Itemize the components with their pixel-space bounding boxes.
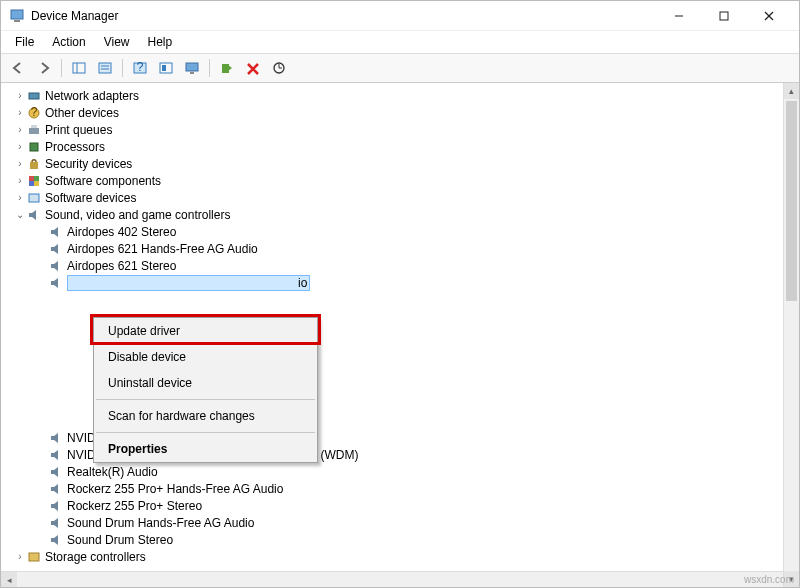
titlebar: Device Manager: [1, 1, 799, 31]
window-controls: [656, 2, 791, 30]
toolbar-separator: [209, 59, 210, 77]
speaker-icon: [27, 208, 41, 222]
speaker-icon: [49, 448, 63, 462]
svg-rect-16: [190, 72, 194, 74]
action-button[interactable]: [155, 57, 177, 79]
svg-rect-15: [186, 63, 198, 71]
tree-device[interactable]: Realtek(R) Audio: [35, 463, 799, 480]
properties-button[interactable]: [94, 57, 116, 79]
uninstall-button[interactable]: [242, 57, 264, 79]
tree-category[interactable]: ›?Other devices: [13, 104, 799, 121]
speaker-icon: [49, 465, 63, 479]
menu-action[interactable]: Action: [44, 33, 93, 51]
tree-category[interactable]: ›Security devices: [13, 155, 799, 172]
net-icon: [27, 89, 41, 103]
menu-file[interactable]: File: [7, 33, 42, 51]
maximize-button[interactable]: [701, 2, 746, 30]
tree-category-sound[interactable]: ⌄ Sound, video and game controllers: [13, 206, 799, 223]
ctx-uninstall-device[interactable]: Uninstall device: [94, 370, 317, 396]
show-hide-tree-button[interactable]: [68, 57, 90, 79]
close-button[interactable]: [746, 2, 791, 30]
ctx-disable-device[interactable]: Disable device: [94, 344, 317, 370]
tree-view[interactable]: ›Network adapters›?Other devices›Print q…: [1, 83, 799, 587]
ctx-update-driver[interactable]: Update driver: [94, 318, 317, 344]
toolbar: ?: [1, 54, 799, 83]
tree-category-label: Software devices: [45, 191, 136, 205]
security-icon: [27, 157, 41, 171]
svg-rect-26: [29, 176, 34, 181]
svg-rect-19: [29, 93, 39, 99]
back-button[interactable]: [7, 57, 29, 79]
expand-icon[interactable]: ›: [13, 175, 27, 186]
collapse-icon[interactable]: ⌄: [13, 209, 27, 220]
tree-category-label: Software components: [45, 174, 161, 188]
svg-rect-23: [31, 125, 37, 128]
svg-rect-14: [162, 65, 166, 71]
scan-hardware-button[interactable]: [268, 57, 290, 79]
device-label: Sound Drum Hands-Free AG Audio: [67, 516, 254, 530]
menu-help[interactable]: Help: [140, 33, 181, 51]
svg-rect-8: [99, 63, 111, 73]
monitor-button[interactable]: [181, 57, 203, 79]
tree-category[interactable]: ›Software components: [13, 172, 799, 189]
device-manager-window: Device Manager File Action View Help ? ›…: [0, 0, 800, 588]
tree-device[interactable]: Sound Drum Stereo: [35, 531, 799, 548]
expand-icon[interactable]: ›: [13, 124, 27, 135]
expand-icon[interactable]: ›: [13, 107, 27, 118]
svg-rect-17: [222, 64, 229, 73]
menu-view[interactable]: View: [96, 33, 138, 51]
speaker-icon: [49, 499, 63, 513]
ctx-properties[interactable]: Properties: [94, 436, 317, 462]
expand-icon[interactable]: ›: [13, 551, 27, 562]
tree-device[interactable]: Sound Drum Hands-Free AG Audio: [35, 514, 799, 531]
toolbar-separator: [61, 59, 62, 77]
tree-category-label: Security devices: [45, 157, 132, 171]
device-label: Airdopes 402 Stereo: [67, 225, 176, 239]
tree-device[interactable]: Rockerz 255 Pro+ Stereo: [35, 497, 799, 514]
speaker-icon: [49, 242, 63, 256]
tree-category-storage[interactable]: › Storage controllers: [13, 548, 799, 565]
scroll-left-arrow[interactable]: ◂: [1, 572, 17, 587]
tree-category-label: Print queues: [45, 123, 112, 137]
tree-category-label: Other devices: [45, 106, 119, 120]
app-icon: [9, 8, 25, 24]
tree-device[interactable]: Airdopes 621 Hands-Free AG Audio: [35, 240, 799, 257]
tree-category[interactable]: ›Network adapters: [13, 87, 799, 104]
speaker-icon: [49, 431, 63, 445]
cpu-icon: [27, 140, 41, 154]
tree-category[interactable]: ›Processors: [13, 138, 799, 155]
expand-icon[interactable]: ›: [13, 192, 27, 203]
scroll-thumb[interactable]: [786, 101, 797, 301]
update-driver-button[interactable]: [216, 57, 238, 79]
device-label: io: [67, 275, 310, 291]
speaker-icon: [49, 259, 63, 273]
expand-icon[interactable]: ›: [13, 158, 27, 169]
svg-rect-28: [29, 181, 34, 186]
expand-icon[interactable]: ›: [13, 141, 27, 152]
help-button[interactable]: ?: [129, 57, 151, 79]
tree-category-label: Network adapters: [45, 89, 139, 103]
tree-device[interactable]: Airdopes 621 Stereo: [35, 257, 799, 274]
expand-icon[interactable]: ›: [13, 90, 27, 101]
vertical-scrollbar[interactable]: ▴ ▾: [783, 83, 799, 587]
svg-rect-29: [34, 181, 39, 186]
svg-rect-31: [29, 553, 39, 561]
forward-button[interactable]: [33, 57, 55, 79]
minimize-button[interactable]: [656, 2, 701, 30]
window-title: Device Manager: [31, 9, 656, 23]
other-icon: ?: [27, 106, 41, 120]
tree-device[interactable]: Rockerz 255 Pro+ Hands-Free AG Audio: [35, 480, 799, 497]
horizontal-scrollbar[interactable]: ◂: [1, 571, 783, 587]
storage-icon: [27, 550, 41, 564]
svg-text:?: ?: [137, 61, 144, 74]
ctx-separator: [96, 432, 315, 433]
tree-device-selected[interactable]: io: [35, 274, 799, 291]
tree-category[interactable]: ›Print queues: [13, 121, 799, 138]
tree-device[interactable]: Airdopes 402 Stereo: [35, 223, 799, 240]
tree-category[interactable]: ›Software devices: [13, 189, 799, 206]
menubar: File Action View Help: [1, 31, 799, 54]
scroll-up-arrow[interactable]: ▴: [784, 83, 799, 99]
tree-category-label: Processors: [45, 140, 105, 154]
ctx-scan-hardware[interactable]: Scan for hardware changes: [94, 403, 317, 429]
svg-rect-22: [29, 128, 39, 134]
